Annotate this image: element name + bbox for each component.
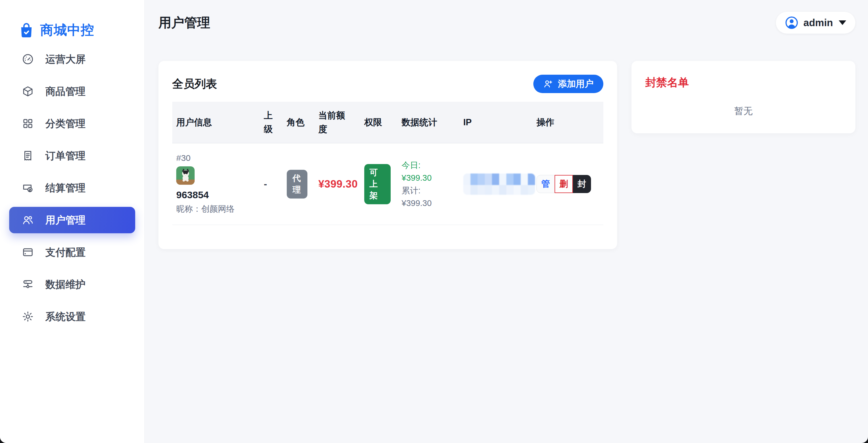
col-user-info: 用户信息 bbox=[172, 109, 260, 136]
col-permission: 权限 bbox=[360, 109, 398, 136]
category-grid-icon bbox=[22, 118, 34, 129]
ban-list-card: 封禁名单 暂无 bbox=[631, 61, 856, 133]
user-account: 963854 bbox=[176, 189, 253, 201]
col-role: 角色 bbox=[283, 109, 314, 136]
sidebar-item-label: 商品管理 bbox=[45, 85, 86, 98]
ban-button[interactable]: 封 bbox=[572, 175, 591, 193]
col-quota: 当前额度 bbox=[314, 102, 360, 143]
stats-cell: 今日: ¥399.30 累计: ¥399.30 bbox=[398, 159, 459, 209]
table-row: #30 bbox=[172, 143, 603, 225]
sidebar-item-label: 运营大屏 bbox=[45, 53, 86, 66]
ban-list-title: 封禁名单 bbox=[645, 75, 842, 90]
sidebar-item-label: 支付配置 bbox=[45, 246, 86, 259]
page-title: 用户管理 bbox=[158, 14, 210, 31]
ip-redacted-blur bbox=[463, 174, 535, 195]
sidebar-item-payment-config[interactable]: 支付配置 bbox=[9, 239, 135, 265]
member-list-card: 全员列表 添加用户 用户信息 上级 角色 bbox=[158, 61, 617, 249]
role-badge: 代理 bbox=[287, 170, 307, 199]
col-stats: 数据统计 bbox=[398, 109, 459, 136]
user-avatar-photo bbox=[176, 166, 195, 185]
user-id: #30 bbox=[176, 153, 253, 163]
sidebar-item-user-management[interactable]: 用户管理 bbox=[9, 207, 135, 233]
sidebar-item-category-management[interactable]: 分类管理 bbox=[9, 110, 135, 137]
users-icon bbox=[22, 214, 34, 226]
user-plus-icon bbox=[543, 79, 553, 89]
sidebar-item-settlement-management[interactable]: 结算管理 bbox=[9, 175, 135, 201]
dashboard-gauge-icon bbox=[22, 53, 34, 65]
package-icon bbox=[22, 85, 34, 97]
brand-name: 商城中控 bbox=[40, 21, 94, 39]
shopping-bag-check-icon bbox=[19, 22, 34, 38]
user-info-cell: #30 bbox=[172, 143, 260, 225]
stats-today-value: ¥399.30 bbox=[402, 172, 453, 184]
sidebar-item-operations-dashboard[interactable]: 运营大屏 bbox=[9, 46, 135, 72]
quota-value: ¥399.30 bbox=[318, 178, 358, 190]
row-action-buttons: 管 删 封 bbox=[536, 175, 596, 193]
col-ip: IP bbox=[459, 109, 532, 136]
sidebar-item-label: 订单管理 bbox=[45, 149, 86, 163]
members-table: 用户信息 上级 角色 当前额度 权限 数据统计 IP 操作 #30 bbox=[172, 102, 603, 225]
admin-username: admin bbox=[803, 17, 833, 28]
add-user-button[interactable]: 添加用户 bbox=[533, 75, 603, 93]
sidebar-item-order-management[interactable]: 订单管理 bbox=[9, 143, 135, 169]
member-list-header: 全员列表 添加用户 bbox=[172, 75, 603, 93]
sidebar-item-label: 结算管理 bbox=[45, 181, 86, 195]
settlement-money-icon bbox=[22, 182, 34, 194]
stats-today-label: 今日: bbox=[402, 159, 453, 172]
sidebar-item-system-settings[interactable]: 系统设置 bbox=[9, 303, 135, 330]
col-actions: 操作 bbox=[532, 109, 603, 136]
sidebar-item-label: 分类管理 bbox=[45, 117, 86, 130]
actions-cell: 管 删 封 bbox=[532, 175, 603, 193]
add-user-label: 添加用户 bbox=[558, 78, 594, 90]
payment-card-icon bbox=[22, 246, 34, 258]
stats-total-value: ¥399.30 bbox=[402, 197, 453, 209]
content-row: 全员列表 添加用户 用户信息 上级 角色 bbox=[158, 61, 856, 249]
sidebar-item-data-maintenance[interactable]: 数据维护 bbox=[9, 271, 135, 298]
user-avatar-icon bbox=[785, 16, 798, 29]
sidebar-nav: 运营大屏 商品管理 bbox=[0, 46, 144, 330]
sidebar-item-label: 用户管理 bbox=[45, 213, 86, 227]
role-cell: 代理 bbox=[283, 170, 314, 199]
col-upline: 上级 bbox=[260, 102, 283, 143]
app-window: 商城中控 运营大屏 bbox=[0, 0, 868, 443]
member-list-title: 全员列表 bbox=[172, 76, 217, 92]
data-server-icon bbox=[22, 278, 34, 291]
user-nickname: 昵称：创颜网络 bbox=[176, 203, 253, 215]
admin-user-menu[interactable]: admin bbox=[776, 12, 856, 34]
permission-cell: 可上架 bbox=[360, 164, 398, 204]
sidebar-item-product-management[interactable]: 商品管理 bbox=[9, 78, 135, 105]
ban-list-empty-text: 暂无 bbox=[645, 105, 842, 118]
topbar: 用户管理 admin bbox=[158, 11, 856, 34]
settings-gear-icon bbox=[22, 311, 34, 323]
ip-cell bbox=[459, 174, 532, 195]
permission-badge: 可上架 bbox=[364, 164, 391, 204]
brand-logo: 商城中控 bbox=[0, 0, 144, 46]
order-receipt-icon bbox=[22, 150, 34, 162]
chevron-down-icon bbox=[839, 21, 846, 25]
cat-avatar-image bbox=[176, 166, 195, 185]
stats-total-label: 累计: bbox=[402, 184, 453, 197]
upline-cell: - bbox=[260, 178, 283, 189]
sidebar: 商城中控 运营大屏 bbox=[0, 0, 145, 443]
sidebar-item-label: 系统设置 bbox=[45, 310, 86, 324]
quota-cell: ¥399.30 bbox=[314, 178, 360, 190]
main-area: 用户管理 admin 全员列表 bbox=[145, 0, 868, 443]
sidebar-item-label: 数据维护 bbox=[45, 278, 86, 291]
delete-button[interactable]: 删 bbox=[555, 175, 573, 193]
manage-button[interactable]: 管 bbox=[536, 175, 555, 193]
table-header-row: 用户信息 上级 角色 当前额度 权限 数据统计 IP 操作 bbox=[172, 102, 603, 143]
